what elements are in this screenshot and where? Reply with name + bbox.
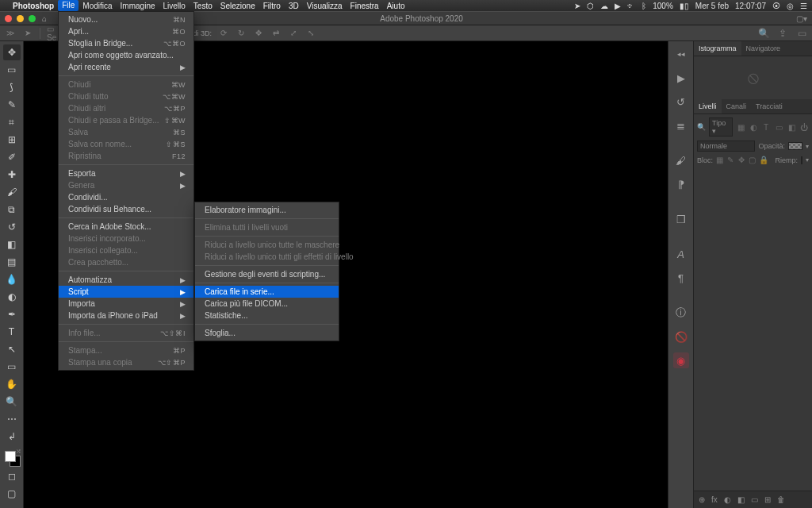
info-panel-icon[interactable]: ⓘ [673, 305, 689, 321]
opacity-slider[interactable] [788, 142, 802, 150]
file-menu-item-0[interactable]: Nuovo...⌘N [59, 13, 193, 25]
file-menu-item-1[interactable]: Apri...⌘O [59, 25, 193, 37]
menu-immagine[interactable]: Immagine [121, 2, 155, 10]
script-sub-item-7[interactable]: Gestione degli eventi di scripting... [195, 268, 339, 280]
glyphs-panel-icon[interactable]: A [673, 246, 689, 262]
file-menu-item-19[interactable]: Cerca in Adobe Stock... [59, 221, 193, 233]
spotlight-icon[interactable]: ⦿ [772, 2, 780, 10]
hand-tool[interactable]: ✋ [3, 376, 21, 392]
blur-tool[interactable]: 💧 [3, 271, 21, 287]
filter-toggle-icon[interactable]: ⏻ [799, 123, 809, 132]
tab-canali[interactable]: Canali [722, 99, 752, 114]
file-menu-item-16[interactable]: Condividi... [59, 191, 193, 203]
window-maximize-button[interactable] [29, 15, 36, 22]
menu-file[interactable]: File [58, 0, 79, 11]
file-menu-item-4[interactable]: Apri recente▶ [59, 61, 193, 73]
file-menu-item-2[interactable]: Sfoglia in Bridge...⌥⌘O [59, 37, 193, 49]
lock-nest-icon[interactable]: ▢ [749, 156, 756, 164]
file-menu-item-24[interactable]: Automatizza▶ [59, 274, 193, 286]
quickmask-icon[interactable]: ▭ [796, 28, 807, 39]
quickmask-tool[interactable]: ◻ [3, 468, 21, 484]
menu-testo[interactable]: Testo [193, 2, 213, 10]
menu-selezione[interactable]: Selezione [220, 2, 255, 10]
lock-position-icon[interactable]: ✥ [737, 156, 745, 164]
window-close-button[interactable] [5, 15, 12, 22]
select-mode-icon[interactable]: ▭ Se [47, 28, 58, 39]
notifications-icon[interactable]: ☰ [800, 2, 807, 10]
tab-livelli[interactable]: Livelli [694, 99, 722, 114]
menu-3d[interactable]: 3D [289, 2, 299, 10]
link-layers-icon[interactable]: ⊕ [699, 495, 705, 504]
menu-filtro[interactable]: Filtro [263, 2, 281, 10]
pen-tool[interactable]: ✒ [3, 306, 21, 322]
more-tools[interactable]: ⋯ [3, 411, 21, 427]
pointer-tool-icon[interactable]: ➤ [22, 28, 33, 39]
file-menu-item-17[interactable]: Condividi su Behance... [59, 203, 193, 215]
filter-kind-select[interactable]: Tipo ▾ [709, 117, 733, 137]
script-sub-item-11[interactable]: Statistiche... [195, 310, 339, 321]
file-menu-item-25[interactable]: Script▶ [59, 286, 193, 298]
3d-slide-icon[interactable]: ⇄ [270, 28, 282, 39]
character-panel-icon[interactable]: ⁋ [673, 176, 689, 192]
type-tool[interactable]: T [3, 324, 21, 340]
panel-toggle-icon[interactable]: ≫ [5, 28, 16, 39]
workspace-chooser-icon[interactable]: ▢▾ [796, 14, 807, 23]
filter-search-icon[interactable]: 🔍 [697, 123, 706, 131]
mask-icon[interactable]: ◐ [724, 495, 731, 504]
properties-panel-icon[interactable]: ≣ [673, 117, 689, 133]
fx-icon[interactable]: fx [711, 495, 718, 504]
share-icon[interactable]: ⇪ [777, 28, 788, 39]
lock-all-icon[interactable]: 🔒 [759, 156, 768, 164]
clone-tool[interactable]: ⧉ [3, 202, 21, 217]
actions-panel-icon[interactable]: ▶ [673, 70, 689, 86]
screenmode-tool[interactable]: ▢ [3, 486, 21, 502]
lock-trans-icon[interactable]: ▦ [716, 156, 724, 164]
file-menu-item-14[interactable]: Esporta▶ [59, 167, 193, 179]
3d-scale-icon[interactable]: ⤢ [288, 28, 299, 39]
adjustment-icon[interactable]: ◧ [737, 495, 745, 504]
opacity-dropdown[interactable]: ▾ [806, 143, 809, 150]
file-menu-item-3[interactable]: Apri come oggetto avanzato... [59, 49, 193, 61]
group-icon[interactable]: ▭ [751, 495, 758, 504]
dodge-tool[interactable]: ◐ [3, 289, 21, 305]
menu-livello[interactable]: Livello [163, 2, 186, 10]
file-menu-item-27[interactable]: Importa da iPhone o iPad▶ [59, 310, 193, 321]
script-sub-item-10[interactable]: Carica più file DICOM... [195, 298, 339, 310]
menu-aiuto[interactable]: Aiuto [387, 2, 405, 10]
artboard-tool[interactable]: ▭ [3, 62, 21, 78]
app-name[interactable]: Photoshop [13, 2, 54, 10]
path-tool[interactable]: ↖ [3, 341, 21, 357]
script-sub-item-13[interactable]: Sfoglia... [195, 327, 339, 339]
tab-navigatore[interactable]: Navigatore [741, 41, 786, 56]
zoom-tool[interactable]: 🔍 [3, 394, 21, 410]
3d-pan-icon[interactable]: ✥ [253, 28, 264, 39]
brushes-panel-icon[interactable]: 🖌 [673, 152, 689, 168]
history-panel-icon[interactable]: ↺ [673, 94, 689, 110]
new-layer-icon[interactable]: ⊞ [764, 495, 771, 504]
fill-slider[interactable] [801, 156, 802, 164]
filter-pixel-icon[interactable]: ▦ [736, 123, 745, 132]
move-tool[interactable]: ✥ [3, 44, 21, 60]
filter-smart-icon[interactable]: ◧ [787, 123, 796, 132]
fill-dropdown[interactable]: ▾ [806, 156, 809, 164]
window-minimize-button[interactable] [17, 15, 24, 22]
edit-toolbar[interactable]: ↲ [3, 429, 21, 444]
expand-dock-icon[interactable]: ◂◂ [673, 46, 689, 62]
color-swatches[interactable]: ⤭ [3, 449, 21, 467]
frame-tool[interactable]: ⊞ [3, 132, 21, 148]
eraser-tool[interactable]: ◧ [3, 237, 21, 252]
siri-icon[interactable]: ◎ [787, 2, 794, 10]
3d-orbit-icon[interactable]: ⟳ [218, 28, 229, 39]
crop-tool[interactable]: ⌗ [3, 114, 21, 130]
blend-mode-select[interactable]: Normale [697, 140, 755, 152]
filter-adjust-icon[interactable]: ◐ [749, 123, 758, 132]
history-brush-tool[interactable]: ↺ [3, 219, 21, 235]
3d-dolly-icon[interactable]: ⤡ [305, 28, 316, 39]
file-menu-item-26[interactable]: Importa▶ [59, 298, 193, 310]
trash-icon[interactable]: 🗑 [777, 495, 785, 504]
eyedropper-tool[interactable]: ✐ [3, 149, 21, 165]
filter-shape-icon[interactable]: ▭ [774, 123, 783, 132]
3d-roll-icon[interactable]: ↻ [236, 28, 247, 39]
gradient-tool[interactable]: ▤ [3, 254, 21, 270]
paragraph-panel-icon[interactable]: ¶ [673, 270, 689, 286]
